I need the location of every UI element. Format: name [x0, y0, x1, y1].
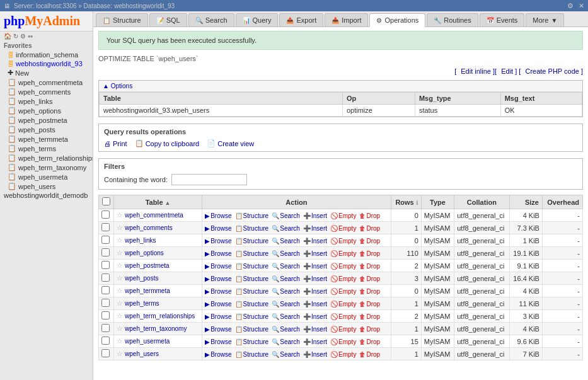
empty-link[interactable]: 🚫 Empty: [330, 225, 356, 232]
drop-link[interactable]: 🗑 Drop: [359, 225, 380, 232]
settings-icon[interactable]: ⚙: [567, 2, 574, 10]
structure-link[interactable]: 📋 Structure: [235, 301, 269, 308]
tab-events[interactable]: 📅 Events: [480, 13, 525, 26]
sidebar-item-wpeh-posts[interactable]: 📋 wpeh_posts: [0, 125, 93, 134]
browse-link[interactable]: ▶ Browse: [205, 275, 231, 282]
structure-link[interactable]: 📋 Structure: [235, 351, 269, 358]
sidebar-item-wpeh-terms[interactable]: 📋 wpeh_terms: [0, 144, 93, 153]
insert-link[interactable]: ➕ Insert: [303, 238, 327, 245]
insert-link[interactable]: ➕ Insert: [303, 351, 327, 358]
browse-link[interactable]: ▶ Browse: [205, 238, 231, 245]
empty-link[interactable]: 🚫 Empty: [330, 288, 356, 295]
drop-link[interactable]: 🗑 Drop: [359, 275, 380, 282]
row-checkbox[interactable]: [101, 324, 110, 332]
sidebar-item-wpeh-links[interactable]: 📋 wpeh_links: [0, 96, 93, 106]
structure-link[interactable]: 📋 Structure: [235, 326, 269, 333]
star-icon[interactable]: ☆: [117, 312, 123, 320]
drop-link[interactable]: 🗑 Drop: [359, 288, 380, 295]
browse-link[interactable]: ▶ Browse: [205, 212, 231, 219]
search-link[interactable]: 🔍 Search: [272, 301, 300, 308]
insert-link[interactable]: ➕ Insert: [303, 313, 327, 320]
table-name-link[interactable]: wpeh_term_relationships: [125, 313, 195, 320]
star-icon[interactable]: ☆: [117, 325, 123, 332]
rows-info-icon[interactable]: ℹ: [416, 200, 418, 206]
edit-link[interactable]: Edit: [501, 67, 513, 75]
empty-link[interactable]: 🚫 Empty: [330, 212, 356, 219]
edit-inline-link[interactable]: Edit inline: [461, 67, 491, 75]
star-icon[interactable]: ☆: [117, 224, 123, 231]
table-name-link[interactable]: wpeh_links: [125, 237, 156, 244]
row-checkbox[interactable]: [101, 311, 110, 320]
row-checkbox[interactable]: [101, 210, 110, 219]
row-checkbox[interactable]: [101, 236, 110, 244]
search-link[interactable]: 🔍 Search: [272, 275, 300, 282]
sidebar-item-wpeh-termmeta[interactable]: 📋 wpeh_termmeta: [0, 134, 93, 144]
insert-link[interactable]: ➕ Insert: [303, 275, 327, 282]
drop-link[interactable]: 🗑 Drop: [359, 238, 380, 245]
search-link[interactable]: 🔍 Search: [272, 288, 300, 295]
table-name-link[interactable]: wpeh_term_taxonomy: [125, 325, 187, 332]
sidebar-item-demodb[interactable]: webhostingworldit_demodb: [0, 191, 93, 200]
insert-link[interactable]: ➕ Insert: [303, 288, 327, 295]
home-icon[interactable]: 🏠: [4, 33, 11, 40]
tab-sql[interactable]: 📝 SQL: [149, 13, 187, 26]
star-icon[interactable]: ☆: [117, 299, 123, 307]
row-checkbox[interactable]: [101, 223, 110, 231]
insert-link[interactable]: ➕ Insert: [303, 225, 327, 232]
structure-link[interactable]: 📋 Structure: [235, 338, 269, 345]
sidebar-item-information-schema[interactable]: 🗄 information_schema: [0, 50, 93, 59]
search-link[interactable]: 🔍 Search: [272, 238, 300, 245]
row-checkbox[interactable]: [101, 261, 110, 269]
structure-link[interactable]: 📋 Structure: [235, 263, 269, 270]
browse-link[interactable]: ▶ Browse: [205, 288, 231, 295]
sidebar-item-wpeh-commentmeta[interactable]: 📋 wpeh_commentmeta: [0, 78, 93, 87]
empty-link[interactable]: 🚫 Empty: [330, 313, 356, 320]
drop-link[interactable]: 🗑 Drop: [359, 250, 380, 257]
empty-link[interactable]: 🚫 Empty: [330, 238, 356, 245]
table-name-link[interactable]: wpeh_comments: [125, 224, 173, 231]
insert-link[interactable]: ➕ Insert: [303, 212, 327, 219]
settings-sidebar-icon[interactable]: ⚙: [20, 33, 26, 40]
search-link[interactable]: 🔍 Search: [272, 351, 300, 358]
row-checkbox[interactable]: [101, 299, 110, 307]
options-toggle[interactable]: ▲ Options: [103, 83, 132, 89]
sidebar-item-wpeh-users[interactable]: 📋 wpeh_users: [0, 181, 93, 191]
structure-link[interactable]: 📋 Structure: [235, 212, 269, 219]
browse-link[interactable]: ▶ Browse: [205, 225, 231, 232]
tab-query[interactable]: 📊 Query: [236, 13, 279, 26]
expand-icon[interactable]: ⇔: [28, 33, 33, 40]
sidebar-item-new[interactable]: ✚ New: [0, 68, 93, 78]
star-icon[interactable]: ☆: [117, 262, 123, 269]
insert-link[interactable]: ➕ Insert: [303, 326, 327, 333]
structure-link[interactable]: 📋 Structure: [235, 238, 269, 245]
tab-export[interactable]: 📤 Export: [279, 13, 323, 26]
empty-link[interactable]: 🚫 Empty: [330, 351, 356, 358]
sidebar-item-wpeh-postmeta[interactable]: 📋 wpeh_postmeta: [0, 115, 93, 125]
star-icon[interactable]: ☆: [117, 350, 123, 357]
star-icon[interactable]: ☆: [117, 337, 123, 345]
search-link[interactable]: 🔍 Search: [272, 212, 300, 219]
table-name-link[interactable]: wpeh_posts: [125, 275, 158, 282]
sidebar-item-wpeh-term-taxonomy[interactable]: 📋 wpeh_term_taxonomy: [0, 163, 93, 172]
browse-link[interactable]: ▶ Browse: [205, 301, 231, 308]
search-link[interactable]: 🔍 Search: [272, 225, 300, 232]
search-link[interactable]: 🔍 Search: [272, 326, 300, 333]
empty-link[interactable]: 🚫 Empty: [330, 301, 356, 308]
insert-link[interactable]: ➕ Insert: [303, 338, 327, 345]
sidebar-item-wpeh-comments[interactable]: 📋 wpeh_comments: [0, 87, 93, 96]
structure-link[interactable]: 📋 Structure: [235, 313, 269, 320]
drop-link[interactable]: 🗑 Drop: [359, 313, 380, 320]
insert-link[interactable]: ➕ Insert: [303, 250, 327, 257]
browse-link[interactable]: ▶ Browse: [205, 263, 231, 270]
tab-search[interactable]: 🔍 Search: [188, 13, 234, 26]
empty-link[interactable]: 🚫 Empty: [330, 338, 356, 345]
star-icon[interactable]: ☆: [117, 274, 123, 282]
tab-import[interactable]: 📥 Import: [325, 13, 368, 26]
search-link[interactable]: 🔍 Search: [272, 313, 300, 320]
row-checkbox[interactable]: [101, 286, 110, 294]
search-link[interactable]: 🔍 Search: [272, 263, 300, 270]
row-checkbox[interactable]: [101, 337, 110, 345]
refresh-icon[interactable]: ↻: [13, 33, 18, 40]
table-name-link[interactable]: wpeh_terms: [125, 300, 159, 307]
browse-link[interactable]: ▶ Browse: [205, 250, 231, 257]
